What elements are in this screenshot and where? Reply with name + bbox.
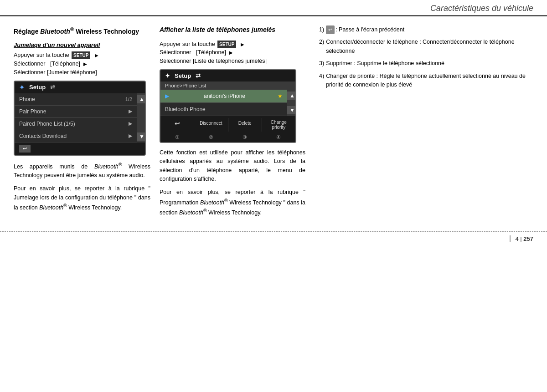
back-action[interactable]: ↩ [160,118,194,132]
footer: 4 | 257 [0,231,547,246]
setup-ui-left: ✦ Setup ⇄ Phone 1/2 Pair Phone ▶ Paired … [14,81,146,156]
list-item: 4) Changer de priorité : Règle le téléph… [319,72,533,90]
back-action-icon: ↩ [161,120,193,127]
table-row[interactable]: Contacts Download ▶ [15,130,137,143]
setup-ui2-header: ✦ Setup ⇄ [160,70,295,81]
list-item: 1) ↩: Passe à l'écran précédent [319,25,533,34]
table-row[interactable]: Pair Phone ▶ [15,106,137,118]
header-title: Caractéristiques du véhicule [430,4,533,13]
left-steps: Appuyer sur la touche SETUP ▶ Sélectionn… [14,51,150,76]
header-bar: Caractéristiques du véhicule [0,0,547,16]
table-row[interactable]: Bluetooth Phone [160,103,287,116]
middle-section-title: Afficher la liste de téléphones jumelés [160,25,305,35]
setup-ui-header-left: ✦ Setup ⇄ [15,81,145,93]
change-priority-action[interactable]: Changepriority [262,118,295,132]
setup-footer-left: ↩ [15,143,145,155]
setup-title-left: Setup [29,84,46,91]
setup-ui2-subtitle: Phone>Phone List [160,81,295,90]
bluetooth-icon-middle: ✦ [165,72,170,79]
setup-actions: ↩ Disconnect Delete Changepriority [160,116,295,133]
middle-steps: Appuyer sur la touche SETUP ▶ Sélectionn… [160,40,305,66]
number-2: ② [194,134,228,140]
middle-body1: Cette fonction est utilisée pour affiche… [160,148,305,184]
numbered-list: 1) ↩: Passe à l'écran précédent 2) Conne… [319,25,533,89]
left-body1: Les appareils munis de Bluetooth® Wirele… [14,161,150,180]
delete-action[interactable]: Delete [228,118,262,132]
number-1: ① [160,134,194,140]
table-row[interactable]: ▶ anitooni's iPhone ★ [160,90,287,103]
left-body2: Pour en savoir plus, se reporter à la ru… [14,184,150,212]
arrows-icon-left: ⇄ [50,84,55,91]
setup-rows-left: Phone 1/2 Pair Phone ▶ Paired Phone List… [15,93,145,143]
scroll-up-middle[interactable]: ▲ [287,92,295,100]
list-item: 2) Connecter/déconnecter le téléphone : … [319,38,533,56]
back-arrow-badge: ↩ [326,25,335,34]
scroll-up-left[interactable]: ▲ [137,95,145,103]
setup-numbers: ① ② ③ ④ [160,133,295,142]
table-row[interactable]: Paired Phone List (1/5) ▶ [15,118,137,130]
right-column: 1) ↩: Passe à l'écran précédent 2) Conne… [315,25,533,222]
setup-subtitle-row: Phone 1/2 [15,93,137,106]
setup-rows-middle: ▶ anitooni's iPhone ★ Bluetooth Phone ▲ … [160,90,295,116]
setup-badge-1: SETUP [72,51,90,59]
number-3: ③ [228,134,262,140]
left-column: Réglage Bluetooth® Wireless Technology J… [14,25,160,222]
middle-body2: Pour en savoir plus, se reporter à la ru… [160,188,305,217]
arrows-icon-middle: ⇄ [196,72,201,79]
left-section-title: Réglage Bluetooth® Wireless Technology [14,25,150,36]
number-4: ④ [262,134,295,140]
scroll-down-middle[interactable]: ▼ [287,106,295,114]
back-button-left[interactable]: ↩ [19,145,31,153]
page-number: 4 | 257 [510,235,533,242]
setup-ui-middle: ✦ Setup ⇄ Phone>Phone List ▶ anitooni's … [160,69,296,143]
setup-badge-2: SETUP [217,41,236,48]
scrollbar-left[interactable]: ▲ ▼ [137,93,145,143]
list-item: 3) Supprimer : Supprime le téléphone sél… [319,59,533,68]
play-icon: ▶ [165,93,169,99]
scrollbar-middle[interactable]: ▲ ▼ [287,90,295,116]
star-icon: ★ [278,93,283,99]
bluetooth-icon-left: ✦ [19,84,25,91]
main-content: Réglage Bluetooth® Wireless Technology J… [0,16,547,227]
scroll-down-left[interactable]: ▼ [137,132,145,141]
middle-column: Afficher la liste de téléphones jumelés … [160,25,315,222]
setup-title-middle: Setup [175,72,191,79]
left-subsection-title: Jumelage d'un nouvel appareil [14,41,150,48]
disconnect-action[interactable]: Disconnect [194,118,228,132]
